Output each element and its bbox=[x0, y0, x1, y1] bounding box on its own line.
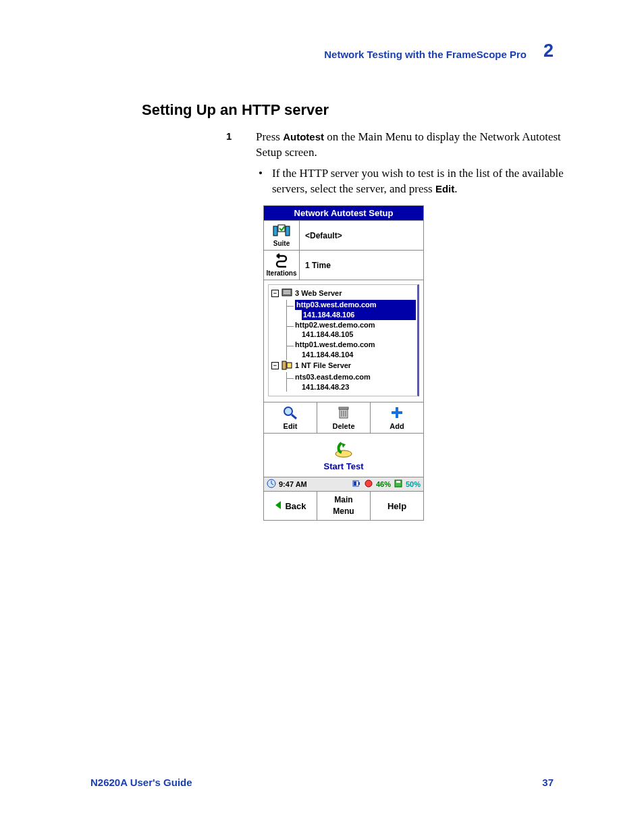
svg-rect-26 bbox=[396, 481, 400, 483]
web-server-icon bbox=[281, 288, 292, 298]
bullet-text: If the HTTP server you wish to test is i… bbox=[256, 166, 574, 197]
svg-rect-4 bbox=[284, 290, 290, 292]
edit-button[interactable]: Edit bbox=[264, 402, 317, 433]
svg-rect-5 bbox=[284, 292, 290, 294]
iterations-icon bbox=[273, 253, 290, 269]
battery-icon bbox=[352, 479, 361, 490]
leaf-ip: 141.184.48.106 bbox=[302, 310, 416, 320]
tree-group2-label: 1 NT File Server bbox=[295, 361, 351, 371]
leaf-name: http02.west.demo.com bbox=[295, 320, 416, 330]
iterations-label: Iterations bbox=[266, 269, 296, 277]
svg-point-24 bbox=[365, 480, 372, 487]
suite-value: <Default> bbox=[300, 221, 423, 250]
footer-page-number: 37 bbox=[542, 777, 554, 788]
svg-point-8 bbox=[284, 407, 292, 415]
svg-rect-0 bbox=[273, 226, 277, 236]
charge-icon bbox=[364, 479, 373, 490]
header-chapter-number: 2 bbox=[543, 41, 554, 61]
leaf-name: http01.west.demo.com bbox=[295, 340, 416, 350]
svg-rect-2 bbox=[286, 226, 290, 236]
suite-cell: Suite bbox=[264, 221, 300, 250]
add-button[interactable]: Add bbox=[371, 402, 423, 433]
status-bar: 9:47 AM 46% 50% bbox=[264, 477, 423, 491]
svg-rect-6 bbox=[282, 361, 286, 369]
status-pct1: 46% bbox=[376, 480, 391, 488]
leaf-name: http03.west.demo.com bbox=[295, 300, 416, 310]
step-text: Press Autotest on the Main Menu to displ… bbox=[256, 130, 574, 161]
delete-button[interactable]: Delete bbox=[317, 402, 371, 433]
iterations-cell: Iterations bbox=[264, 251, 300, 280]
iterations-value: 1 Time bbox=[300, 251, 423, 280]
trash-icon bbox=[336, 406, 351, 421]
help-button[interactable]: Help bbox=[371, 492, 423, 519]
header-section: Network Testing with the FrameScope Pro bbox=[324, 49, 527, 60]
server-tree: − 3 Web Server http03.west.demo.com 141.… bbox=[264, 280, 423, 402]
clock-icon bbox=[267, 479, 276, 490]
magnifier-icon bbox=[283, 406, 298, 421]
file-server-icon bbox=[281, 361, 292, 370]
help-label: Help bbox=[387, 501, 406, 511]
leaf-ip: 141.184.48.105 bbox=[302, 330, 416, 340]
collapse-icon[interactable]: − bbox=[271, 362, 279, 369]
tree-leaf[interactable]: http01.west.demo.com 141.184.48.104 bbox=[286, 340, 416, 360]
section-title: Setting Up an HTTP server bbox=[142, 101, 329, 119]
back-button[interactable]: Back bbox=[264, 492, 317, 519]
main-menu-label2: Menu bbox=[333, 507, 354, 516]
svg-rect-11 bbox=[339, 407, 348, 409]
svg-line-9 bbox=[292, 415, 296, 419]
delete-button-label: Delete bbox=[332, 422, 354, 430]
bullet-post: . bbox=[454, 182, 457, 195]
collapse-icon[interactable]: − bbox=[271, 290, 279, 297]
tree-group-nt-file-server[interactable]: − 1 NT File Server bbox=[271, 361, 416, 371]
suite-label: Suite bbox=[273, 240, 290, 247]
body-text: 1 Press Autotest on the Main Menu to dis… bbox=[240, 130, 574, 197]
svg-rect-7 bbox=[287, 363, 292, 368]
add-button-label: Add bbox=[390, 422, 404, 430]
disk-icon bbox=[394, 479, 403, 490]
iterations-row[interactable]: Iterations 1 Time bbox=[264, 250, 423, 280]
action-buttons: Edit Delete Add bbox=[264, 402, 423, 433]
back-arrow-icon bbox=[274, 500, 282, 512]
suite-icon bbox=[273, 224, 290, 240]
suite-row[interactable]: Suite <Default> bbox=[264, 220, 423, 250]
tree-group1-label: 3 Web Server bbox=[295, 288, 342, 298]
svg-rect-16 bbox=[392, 411, 402, 414]
leaf-ip: 141.184.48.23 bbox=[302, 382, 416, 392]
bullet-pre: If the HTTP server you wish to test is i… bbox=[272, 167, 564, 195]
start-test-label: Start Test bbox=[324, 461, 364, 471]
edit-button-label: Edit bbox=[284, 422, 298, 430]
tree-leaf[interactable]: http02.west.demo.com 141.184.48.105 bbox=[286, 320, 416, 340]
tree-group-web-server[interactable]: − 3 Web Server bbox=[271, 288, 416, 298]
main-menu-button[interactable]: Main Menu bbox=[317, 492, 371, 519]
svg-rect-22 bbox=[358, 482, 360, 485]
main-menu-label1: Main bbox=[334, 496, 352, 504]
step-text-pre: Press bbox=[256, 130, 283, 143]
leaf-name: nts03.east.demo.com bbox=[295, 372, 416, 382]
status-pct2: 50% bbox=[406, 480, 421, 488]
leaf-ip: 141.184.48.104 bbox=[302, 350, 416, 360]
device-screenshot: Network Autotest Setup Suite <Default> I… bbox=[263, 205, 424, 521]
tree-leaf[interactable]: http03.west.demo.com 141.184.48.106 bbox=[286, 300, 416, 320]
edit-label: Edit bbox=[435, 183, 454, 194]
plus-icon bbox=[390, 406, 404, 421]
nav-row: Back Main Menu Help bbox=[264, 491, 423, 519]
start-test-button[interactable]: Start Test bbox=[264, 433, 423, 477]
status-time: 9:47 AM bbox=[279, 480, 307, 488]
svg-rect-23 bbox=[354, 481, 356, 486]
tree-leaf[interactable]: nts03.east.demo.com 141.184.48.23 bbox=[286, 372, 416, 392]
step-number: 1 bbox=[226, 130, 232, 143]
back-label: Back bbox=[285, 501, 306, 511]
autotest-label: Autotest bbox=[283, 131, 324, 142]
footer-guide: N2620A User's Guide bbox=[90, 777, 192, 788]
svg-point-17 bbox=[336, 450, 352, 457]
start-test-icon bbox=[333, 440, 354, 460]
device-title: Network Autotest Setup bbox=[264, 206, 423, 220]
